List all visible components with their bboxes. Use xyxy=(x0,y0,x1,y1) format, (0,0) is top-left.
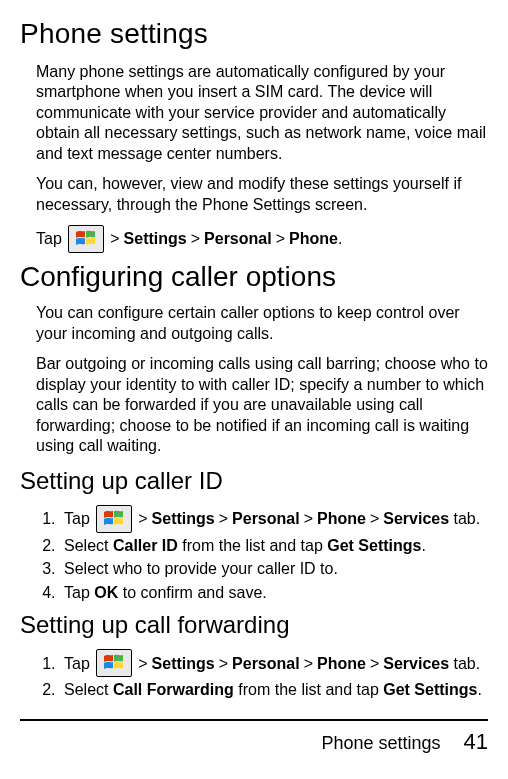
text: from the list and tap xyxy=(178,537,327,554)
settings-label: Settings xyxy=(152,508,215,530)
windows-start-icon xyxy=(68,225,104,253)
step-2: Select Call Forwarding from the list and… xyxy=(60,679,488,701)
text: from the list and tap xyxy=(234,681,383,698)
heading-configuring-caller-options: Configuring caller options xyxy=(20,261,488,293)
get-settings-label: Get Settings xyxy=(383,681,477,698)
separator: > xyxy=(366,653,383,675)
caller-options-paragraph-1: You can configure certain caller options… xyxy=(36,303,488,344)
step-3: Select who to provide your caller ID to. xyxy=(60,558,488,580)
separator: > xyxy=(134,508,151,530)
separator: > xyxy=(272,230,289,248)
get-settings-label: Get Settings xyxy=(327,537,421,554)
caller-options-paragraph-2: Bar outgoing or incoming calls using cal… xyxy=(36,354,488,456)
call-forwarding-label: Call Forwarding xyxy=(113,681,234,698)
page-footer: Phone settings 41 xyxy=(20,719,488,755)
call-forwarding-steps: Tap > Settings > Personal > Phone > Serv… xyxy=(60,649,488,701)
text: to confirm and save. xyxy=(118,584,267,601)
tap-instruction: Tap > Settings > Personal > Phone . xyxy=(36,225,488,253)
tab-suffix: tab. xyxy=(449,653,480,675)
tap-prefix: Tap xyxy=(36,230,66,248)
footer-section: Phone settings xyxy=(321,733,440,753)
personal-label: Personal xyxy=(204,230,272,248)
period: . xyxy=(338,230,342,248)
separator: > xyxy=(215,508,232,530)
page-number: 41 xyxy=(464,729,488,754)
text: Select xyxy=(64,681,113,698)
period: . xyxy=(421,537,425,554)
services-label: Services xyxy=(383,653,449,675)
phone-label: Phone xyxy=(317,653,366,675)
phone-label: Phone xyxy=(289,230,338,248)
settings-label: Settings xyxy=(124,230,187,248)
caller-id-steps: Tap > Settings > Personal > Phone > Serv… xyxy=(60,505,488,604)
windows-start-icon xyxy=(96,649,132,677)
separator: > xyxy=(300,508,317,530)
separator: > xyxy=(215,653,232,675)
period: . xyxy=(477,681,481,698)
separator: > xyxy=(366,508,383,530)
tap-prefix: Tap xyxy=(64,508,94,530)
tab-suffix: tab. xyxy=(449,508,480,530)
text: Tap xyxy=(64,584,94,601)
intro-paragraph-1: Many phone settings are automatically co… xyxy=(36,62,488,164)
intro-paragraph-2: You can, however, view and modify these … xyxy=(36,174,488,215)
separator: > xyxy=(187,230,204,248)
step-2: Select Caller ID from the list and tap G… xyxy=(60,535,488,557)
step-1: Tap > Settings > Personal > Phone > Serv… xyxy=(60,649,488,677)
separator: > xyxy=(300,653,317,675)
windows-start-icon xyxy=(96,505,132,533)
ok-label: OK xyxy=(94,584,118,601)
personal-label: Personal xyxy=(232,508,300,530)
step-4: Tap OK to confirm and save. xyxy=(60,582,488,604)
page-title: Phone settings xyxy=(20,18,488,50)
separator: > xyxy=(106,230,123,248)
services-label: Services xyxy=(383,508,449,530)
footer-rule xyxy=(20,719,488,721)
personal-label: Personal xyxy=(232,653,300,675)
step-1: Tap > Settings > Personal > Phone > Serv… xyxy=(60,505,488,533)
caller-id-label: Caller ID xyxy=(113,537,178,554)
settings-label: Settings xyxy=(152,653,215,675)
tap-prefix: Tap xyxy=(64,653,94,675)
separator: > xyxy=(134,653,151,675)
text: Select xyxy=(64,537,113,554)
heading-setting-up-caller-id: Setting up caller ID xyxy=(20,467,488,495)
phone-label: Phone xyxy=(317,508,366,530)
heading-setting-up-call-forwarding: Setting up call forwarding xyxy=(20,611,488,639)
